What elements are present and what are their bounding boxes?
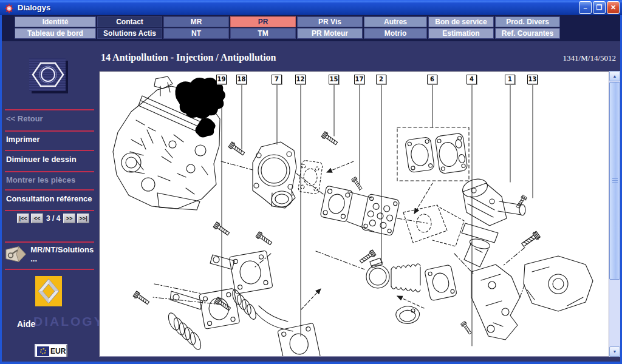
callout-18[interactable]: 18 [236, 75, 247, 84]
eu-flag-icon [37, 346, 49, 356]
throttle-body-drawing [253, 142, 323, 208]
callout-13[interactable]: 13 [527, 75, 538, 84]
callout-19[interactable]: 19 [216, 75, 227, 84]
eur-label: EUR [50, 347, 66, 356]
separator [5, 109, 94, 110]
separator [5, 210, 94, 211]
tab-identite[interactable]: Identité [15, 16, 96, 27]
next-page-button[interactable]: >> [63, 214, 75, 223]
tab-strip: Identité Contact MR PR PR Vis Autres Bon… [0, 15, 622, 41]
menu-consultation-reference[interactable]: Consultation référence [6, 194, 92, 203]
last-page-button[interactable]: >>| [77, 214, 89, 223]
callout-6[interactable]: 6 [427, 75, 437, 84]
app-icon [4, 2, 15, 13]
separator [5, 171, 94, 172]
sidebar: << Retour Imprimer Diminuer le dessin Mo… [0, 41, 99, 357]
eur-currency-button[interactable]: EUR [35, 344, 67, 358]
window-title: Dialogys [18, 3, 50, 12]
callout-2[interactable]: 2 [376, 75, 386, 84]
scroll-down-button[interactable]: ▼ [609, 346, 620, 357]
page-title: 14 Antipollution - Injection / Antipollu… [101, 52, 276, 63]
menu-imprimer[interactable]: Imprimer [6, 135, 40, 144]
callout-1[interactable]: 1 [505, 75, 515, 84]
bracket-drawing [471, 265, 520, 340]
tab-tableau-de-bord[interactable]: Tableau de bord [15, 28, 96, 39]
engine-drawing [113, 76, 225, 210]
egr-valve-drawing [460, 176, 525, 267]
menu-diminuer-le-dessin[interactable]: Diminuer le dessin [6, 155, 77, 164]
maximize-button[interactable]: ❐ [593, 1, 606, 14]
diagram-panel: 19 18 7 12 15 17 2 6 4 1 13 [99, 71, 609, 357]
tab-contact[interactable]: Contact [97, 16, 162, 27]
hose-assembly-drawing [366, 258, 457, 323]
menu-retour: << Retour [6, 114, 43, 123]
bolt-drawings [133, 131, 541, 335]
minimize-button[interactable]: – [579, 1, 592, 14]
window-border-left [0, 15, 2, 364]
tab-pr-moteur[interactable]: PR Moteur [297, 28, 363, 39]
construction-lines [153, 161, 525, 305]
separator [5, 150, 94, 151]
hexnut-logo-icon [29, 58, 68, 93]
wrench-tag-icon [5, 245, 27, 263]
callout-12[interactable]: 12 [295, 75, 306, 84]
close-button[interactable]: ✕ [607, 1, 620, 14]
housing-drawing [520, 256, 593, 311]
tab-prod-divers[interactable]: Prod. Divers [495, 16, 560, 27]
title-bar: Dialogys – ❐ ✕ [0, 0, 622, 15]
page-navigation: |<< << 3 / 4 >> >>| [17, 214, 89, 223]
previous-page-button[interactable]: << [31, 214, 43, 223]
tab-ref-courantes[interactable]: Ref. Courantes [495, 28, 560, 39]
callout-17[interactable]: 17 [354, 75, 364, 84]
egr-cooler-drawing [320, 186, 464, 246]
tab-autres[interactable]: Autres [364, 16, 427, 27]
separator [5, 130, 94, 132]
callout-7[interactable]: 7 [272, 75, 282, 84]
exploded-diagram [100, 72, 609, 356]
flex-pipe-drawing [166, 288, 240, 351]
separator [5, 241, 94, 243]
callout-15[interactable]: 15 [329, 75, 339, 84]
direction-arrows [301, 161, 432, 309]
aide-link[interactable]: Aide [17, 319, 35, 329]
scroll-up-button[interactable]: ▲ [609, 71, 620, 81]
separator [5, 269, 94, 270]
renault-logo [35, 276, 62, 306]
callout-4[interactable]: 4 [466, 75, 477, 84]
tab-bon-de-service[interactable]: Bon de service [428, 16, 494, 27]
status-strip [0, 357, 622, 362]
menu-mr-nt-solutions[interactable]: MR/NT/Solutions ... [5, 245, 99, 263]
gasket-box-drawing [397, 127, 469, 181]
scrollbar-thumb[interactable] [609, 82, 620, 280]
figure-reference: 1341/M/14/5012 [563, 53, 616, 63]
tab-solutions-actis[interactable]: Solutions Actis [97, 28, 162, 39]
tab-mr[interactable]: MR [163, 16, 229, 27]
menu-mr-nt-solutions-label: MR/NT/Solutions ... [30, 245, 99, 263]
window-border-bottom [0, 362, 622, 364]
vertical-scrollbar[interactable]: ▲ ▼ [609, 71, 620, 357]
tab-pr-vis[interactable]: PR Vis [297, 16, 363, 27]
tab-tm[interactable]: TM [230, 28, 296, 39]
tab-nt[interactable]: NT [163, 28, 229, 39]
separator [5, 189, 94, 190]
first-page-button[interactable]: |<< [17, 214, 29, 223]
menu-montrer-les-pieces: Montrer les pièces [6, 175, 75, 184]
tab-pr-active[interactable]: PR [230, 16, 296, 27]
tab-motrio[interactable]: Motrio [364, 28, 427, 39]
page-indicator: 3 / 4 [46, 214, 60, 223]
tab-estimation[interactable]: Estimation [428, 28, 494, 39]
